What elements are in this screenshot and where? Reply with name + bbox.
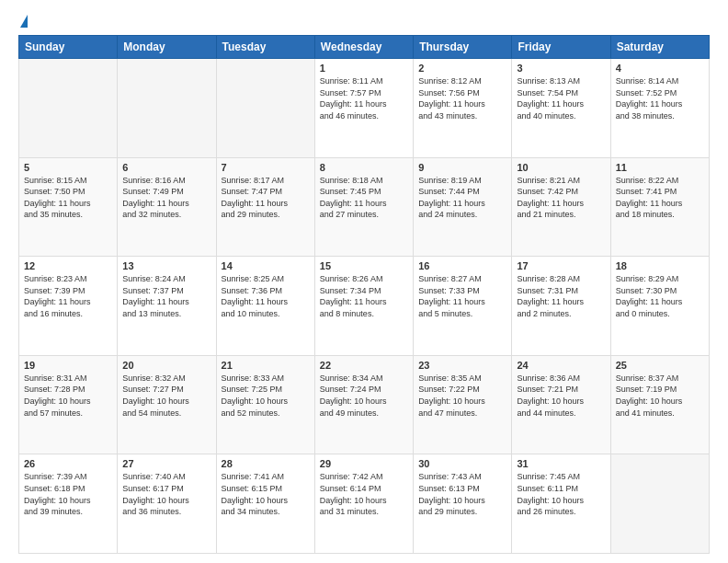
day-number: 21 xyxy=(222,360,310,371)
calendar-cell: 14Sunrise: 8:25 AM Sunset: 7:36 PM Dayli… xyxy=(216,257,314,356)
calendar-cell: 26Sunrise: 7:39 AM Sunset: 6:18 PM Dayli… xyxy=(19,454,118,554)
day-info: Sunrise: 8:11 AM Sunset: 7:57 PM Dayligh… xyxy=(320,75,408,121)
day-number: 2 xyxy=(418,63,506,74)
calendar-cell xyxy=(216,59,314,158)
day-info: Sunrise: 8:16 AM Sunset: 7:49 PM Dayligh… xyxy=(122,175,210,221)
day-info: Sunrise: 8:36 AM Sunset: 7:21 PM Dayligh… xyxy=(517,373,605,419)
day-number: 13 xyxy=(122,260,210,271)
day-number: 18 xyxy=(616,260,704,271)
day-number: 9 xyxy=(418,162,506,173)
day-number: 14 xyxy=(222,260,310,271)
page: SundayMondayTuesdayWednesdayThursdayFrid… xyxy=(0,0,728,563)
day-info: Sunrise: 7:42 AM Sunset: 6:14 PM Dayligh… xyxy=(320,471,408,517)
day-number: 6 xyxy=(122,162,210,173)
calendar-cell: 1Sunrise: 8:11 AM Sunset: 7:57 PM Daylig… xyxy=(314,59,413,158)
calendar-cell: 24Sunrise: 8:36 AM Sunset: 7:21 PM Dayli… xyxy=(512,355,610,454)
day-number: 17 xyxy=(517,260,605,271)
day-info: Sunrise: 8:37 AM Sunset: 7:19 PM Dayligh… xyxy=(616,373,704,419)
day-info: Sunrise: 8:32 AM Sunset: 7:27 PM Dayligh… xyxy=(122,373,210,419)
day-number: 28 xyxy=(222,458,310,469)
day-info: Sunrise: 8:15 AM Sunset: 7:50 PM Dayligh… xyxy=(24,175,112,221)
day-info: Sunrise: 8:21 AM Sunset: 7:42 PM Dayligh… xyxy=(517,175,605,221)
day-info: Sunrise: 8:12 AM Sunset: 7:56 PM Dayligh… xyxy=(418,75,506,121)
calendar-cell: 10Sunrise: 8:21 AM Sunset: 7:42 PM Dayli… xyxy=(512,157,610,257)
calendar-cell: 6Sunrise: 8:16 AM Sunset: 7:49 PM Daylig… xyxy=(118,157,216,257)
day-info: Sunrise: 7:41 AM Sunset: 6:15 PM Dayligh… xyxy=(222,471,310,517)
day-number: 3 xyxy=(517,63,605,74)
day-info: Sunrise: 8:22 AM Sunset: 7:41 PM Dayligh… xyxy=(616,175,704,221)
day-info: Sunrise: 8:13 AM Sunset: 7:54 PM Dayligh… xyxy=(517,75,605,121)
calendar-cell: 2Sunrise: 8:12 AM Sunset: 7:56 PM Daylig… xyxy=(414,59,512,158)
weekday-header-sunday: Sunday xyxy=(19,36,118,59)
calendar-cell: 22Sunrise: 8:34 AM Sunset: 7:24 PM Dayli… xyxy=(314,355,413,454)
day-info: Sunrise: 8:29 AM Sunset: 7:30 PM Dayligh… xyxy=(616,273,704,319)
day-info: Sunrise: 8:23 AM Sunset: 7:39 PM Dayligh… xyxy=(24,273,112,319)
day-number: 5 xyxy=(24,162,112,173)
header xyxy=(18,15,710,28)
day-number: 16 xyxy=(418,260,506,271)
day-info: Sunrise: 8:35 AM Sunset: 7:22 PM Dayligh… xyxy=(418,373,506,419)
calendar-cell: 27Sunrise: 7:40 AM Sunset: 6:17 PM Dayli… xyxy=(118,454,216,554)
day-number: 25 xyxy=(616,360,704,371)
calendar-cell: 13Sunrise: 8:24 AM Sunset: 7:37 PM Dayli… xyxy=(118,257,216,356)
day-number: 19 xyxy=(24,360,112,371)
calendar-cell: 9Sunrise: 8:19 AM Sunset: 7:44 PM Daylig… xyxy=(414,157,512,257)
calendar-cell: 15Sunrise: 8:26 AM Sunset: 7:34 PM Dayli… xyxy=(314,257,413,356)
day-info: Sunrise: 7:45 AM Sunset: 6:11 PM Dayligh… xyxy=(517,471,605,517)
calendar-cell: 4Sunrise: 8:14 AM Sunset: 7:52 PM Daylig… xyxy=(610,59,709,158)
calendar-cell: 3Sunrise: 8:13 AM Sunset: 7:54 PM Daylig… xyxy=(512,59,610,158)
day-info: Sunrise: 8:33 AM Sunset: 7:25 PM Dayligh… xyxy=(222,373,310,419)
calendar-cell: 12Sunrise: 8:23 AM Sunset: 7:39 PM Dayli… xyxy=(19,257,118,356)
weekday-header-friday: Friday xyxy=(512,36,610,59)
calendar-cell xyxy=(19,59,118,158)
calendar-cell xyxy=(610,454,709,554)
calendar-week-row-2: 12Sunrise: 8:23 AM Sunset: 7:39 PM Dayli… xyxy=(19,257,710,356)
calendar-cell xyxy=(118,59,216,158)
weekday-header-monday: Monday xyxy=(118,36,216,59)
day-info: Sunrise: 7:39 AM Sunset: 6:18 PM Dayligh… xyxy=(24,471,112,517)
day-number: 12 xyxy=(24,260,112,271)
day-info: Sunrise: 8:27 AM Sunset: 7:33 PM Dayligh… xyxy=(418,273,506,319)
day-number: 15 xyxy=(320,260,408,271)
calendar-cell: 19Sunrise: 8:31 AM Sunset: 7:28 PM Dayli… xyxy=(19,355,118,454)
day-number: 1 xyxy=(320,63,408,74)
weekday-header-tuesday: Tuesday xyxy=(216,36,314,59)
calendar-cell: 29Sunrise: 7:42 AM Sunset: 6:14 PM Dayli… xyxy=(314,454,413,554)
day-number: 26 xyxy=(24,458,112,469)
day-info: Sunrise: 7:40 AM Sunset: 6:17 PM Dayligh… xyxy=(122,471,210,517)
day-info: Sunrise: 8:28 AM Sunset: 7:31 PM Dayligh… xyxy=(517,273,605,319)
weekday-header-wednesday: Wednesday xyxy=(314,36,413,59)
calendar-cell: 31Sunrise: 7:45 AM Sunset: 6:11 PM Dayli… xyxy=(512,454,610,554)
day-number: 22 xyxy=(320,360,408,371)
day-number: 7 xyxy=(222,162,310,173)
calendar-cell: 17Sunrise: 8:28 AM Sunset: 7:31 PM Dayli… xyxy=(512,257,610,356)
calendar-cell: 8Sunrise: 8:18 AM Sunset: 7:45 PM Daylig… xyxy=(314,157,413,257)
day-number: 29 xyxy=(320,458,408,469)
calendar-week-row-1: 5Sunrise: 8:15 AM Sunset: 7:50 PM Daylig… xyxy=(19,157,710,257)
weekday-header-saturday: Saturday xyxy=(610,36,709,59)
day-number: 8 xyxy=(320,162,408,173)
day-number: 11 xyxy=(616,162,704,173)
logo-triangle-icon xyxy=(20,15,28,28)
day-number: 30 xyxy=(418,458,506,469)
calendar-cell: 23Sunrise: 8:35 AM Sunset: 7:22 PM Dayli… xyxy=(414,355,512,454)
calendar-cell: 18Sunrise: 8:29 AM Sunset: 7:30 PM Dayli… xyxy=(610,257,709,356)
calendar-week-row-4: 26Sunrise: 7:39 AM Sunset: 6:18 PM Dayli… xyxy=(19,454,710,554)
day-number: 31 xyxy=(517,458,605,469)
weekday-header-row: SundayMondayTuesdayWednesdayThursdayFrid… xyxy=(19,36,710,59)
day-info: Sunrise: 8:17 AM Sunset: 7:47 PM Dayligh… xyxy=(222,175,310,221)
day-number: 10 xyxy=(517,162,605,173)
calendar-cell: 25Sunrise: 8:37 AM Sunset: 7:19 PM Dayli… xyxy=(610,355,709,454)
day-info: Sunrise: 8:14 AM Sunset: 7:52 PM Dayligh… xyxy=(616,75,704,121)
day-info: Sunrise: 8:31 AM Sunset: 7:28 PM Dayligh… xyxy=(24,373,112,419)
day-number: 23 xyxy=(418,360,506,371)
day-number: 24 xyxy=(517,360,605,371)
day-number: 4 xyxy=(616,63,704,74)
calendar-cell: 7Sunrise: 8:17 AM Sunset: 7:47 PM Daylig… xyxy=(216,157,314,257)
day-info: Sunrise: 8:34 AM Sunset: 7:24 PM Dayligh… xyxy=(320,373,408,419)
day-number: 20 xyxy=(122,360,210,371)
day-info: Sunrise: 8:26 AM Sunset: 7:34 PM Dayligh… xyxy=(320,273,408,319)
day-info: Sunrise: 8:19 AM Sunset: 7:44 PM Dayligh… xyxy=(418,175,506,221)
day-info: Sunrise: 8:18 AM Sunset: 7:45 PM Dayligh… xyxy=(320,175,408,221)
calendar-cell: 28Sunrise: 7:41 AM Sunset: 6:15 PM Dayli… xyxy=(216,454,314,554)
